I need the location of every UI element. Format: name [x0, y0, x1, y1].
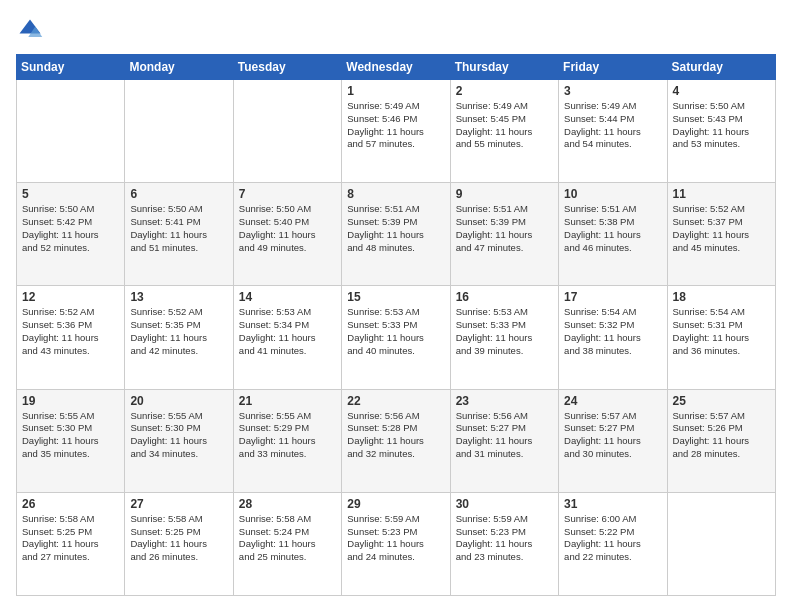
day-info: Sunrise: 5:55 AM Sunset: 5:29 PM Dayligh… — [239, 410, 336, 461]
day-number: 6 — [130, 187, 227, 201]
logo — [16, 16, 48, 44]
day-info: Sunrise: 5:54 AM Sunset: 5:32 PM Dayligh… — [564, 306, 661, 357]
week-row-0: 1Sunrise: 5:49 AM Sunset: 5:46 PM Daylig… — [17, 80, 776, 183]
day-number: 18 — [673, 290, 770, 304]
day-number: 13 — [130, 290, 227, 304]
day-number: 19 — [22, 394, 119, 408]
day-cell: 24Sunrise: 5:57 AM Sunset: 5:27 PM Dayli… — [559, 389, 667, 492]
day-number: 15 — [347, 290, 444, 304]
day-cell: 7Sunrise: 5:50 AM Sunset: 5:40 PM Daylig… — [233, 183, 341, 286]
day-cell: 21Sunrise: 5:55 AM Sunset: 5:29 PM Dayli… — [233, 389, 341, 492]
day-cell: 14Sunrise: 5:53 AM Sunset: 5:34 PM Dayli… — [233, 286, 341, 389]
week-row-1: 5Sunrise: 5:50 AM Sunset: 5:42 PM Daylig… — [17, 183, 776, 286]
day-number: 12 — [22, 290, 119, 304]
day-cell: 3Sunrise: 5:49 AM Sunset: 5:44 PM Daylig… — [559, 80, 667, 183]
day-info: Sunrise: 5:57 AM Sunset: 5:26 PM Dayligh… — [673, 410, 770, 461]
day-number: 1 — [347, 84, 444, 98]
day-header-thursday: Thursday — [450, 55, 558, 80]
day-cell: 8Sunrise: 5:51 AM Sunset: 5:39 PM Daylig… — [342, 183, 450, 286]
day-cell: 23Sunrise: 5:56 AM Sunset: 5:27 PM Dayli… — [450, 389, 558, 492]
day-number: 17 — [564, 290, 661, 304]
day-info: Sunrise: 5:49 AM Sunset: 5:45 PM Dayligh… — [456, 100, 553, 151]
day-number: 25 — [673, 394, 770, 408]
day-number: 26 — [22, 497, 119, 511]
day-info: Sunrise: 5:59 AM Sunset: 5:23 PM Dayligh… — [347, 513, 444, 564]
day-number: 9 — [456, 187, 553, 201]
day-cell: 1Sunrise: 5:49 AM Sunset: 5:46 PM Daylig… — [342, 80, 450, 183]
header — [16, 16, 776, 44]
day-info: Sunrise: 6:00 AM Sunset: 5:22 PM Dayligh… — [564, 513, 661, 564]
day-cell: 12Sunrise: 5:52 AM Sunset: 5:36 PM Dayli… — [17, 286, 125, 389]
day-cell: 30Sunrise: 5:59 AM Sunset: 5:23 PM Dayli… — [450, 492, 558, 595]
header-row: SundayMondayTuesdayWednesdayThursdayFrid… — [17, 55, 776, 80]
day-header-sunday: Sunday — [17, 55, 125, 80]
day-cell: 26Sunrise: 5:58 AM Sunset: 5:25 PM Dayli… — [17, 492, 125, 595]
day-number: 20 — [130, 394, 227, 408]
day-cell — [125, 80, 233, 183]
day-number: 3 — [564, 84, 661, 98]
day-cell: 13Sunrise: 5:52 AM Sunset: 5:35 PM Dayli… — [125, 286, 233, 389]
day-info: Sunrise: 5:58 AM Sunset: 5:25 PM Dayligh… — [130, 513, 227, 564]
day-info: Sunrise: 5:54 AM Sunset: 5:31 PM Dayligh… — [673, 306, 770, 357]
day-cell: 20Sunrise: 5:55 AM Sunset: 5:30 PM Dayli… — [125, 389, 233, 492]
day-info: Sunrise: 5:49 AM Sunset: 5:46 PM Dayligh… — [347, 100, 444, 151]
day-info: Sunrise: 5:56 AM Sunset: 5:27 PM Dayligh… — [456, 410, 553, 461]
day-number: 10 — [564, 187, 661, 201]
day-info: Sunrise: 5:52 AM Sunset: 5:36 PM Dayligh… — [22, 306, 119, 357]
day-info: Sunrise: 5:53 AM Sunset: 5:34 PM Dayligh… — [239, 306, 336, 357]
calendar-table: SundayMondayTuesdayWednesdayThursdayFrid… — [16, 54, 776, 596]
day-number: 27 — [130, 497, 227, 511]
day-number: 22 — [347, 394, 444, 408]
day-number: 4 — [673, 84, 770, 98]
day-number: 31 — [564, 497, 661, 511]
day-number: 24 — [564, 394, 661, 408]
day-number: 2 — [456, 84, 553, 98]
day-cell — [667, 492, 775, 595]
day-info: Sunrise: 5:50 AM Sunset: 5:42 PM Dayligh… — [22, 203, 119, 254]
day-info: Sunrise: 5:51 AM Sunset: 5:39 PM Dayligh… — [347, 203, 444, 254]
day-cell: 29Sunrise: 5:59 AM Sunset: 5:23 PM Dayli… — [342, 492, 450, 595]
day-header-tuesday: Tuesday — [233, 55, 341, 80]
day-info: Sunrise: 5:59 AM Sunset: 5:23 PM Dayligh… — [456, 513, 553, 564]
day-cell: 19Sunrise: 5:55 AM Sunset: 5:30 PM Dayli… — [17, 389, 125, 492]
day-header-friday: Friday — [559, 55, 667, 80]
day-header-monday: Monday — [125, 55, 233, 80]
day-number: 30 — [456, 497, 553, 511]
day-number: 5 — [22, 187, 119, 201]
day-cell: 6Sunrise: 5:50 AM Sunset: 5:41 PM Daylig… — [125, 183, 233, 286]
day-info: Sunrise: 5:51 AM Sunset: 5:39 PM Dayligh… — [456, 203, 553, 254]
day-header-saturday: Saturday — [667, 55, 775, 80]
day-cell: 10Sunrise: 5:51 AM Sunset: 5:38 PM Dayli… — [559, 183, 667, 286]
day-cell: 18Sunrise: 5:54 AM Sunset: 5:31 PM Dayli… — [667, 286, 775, 389]
day-cell: 4Sunrise: 5:50 AM Sunset: 5:43 PM Daylig… — [667, 80, 775, 183]
day-info: Sunrise: 5:53 AM Sunset: 5:33 PM Dayligh… — [347, 306, 444, 357]
day-info: Sunrise: 5:58 AM Sunset: 5:24 PM Dayligh… — [239, 513, 336, 564]
logo-icon — [16, 16, 44, 44]
day-cell: 25Sunrise: 5:57 AM Sunset: 5:26 PM Dayli… — [667, 389, 775, 492]
day-info: Sunrise: 5:58 AM Sunset: 5:25 PM Dayligh… — [22, 513, 119, 564]
day-info: Sunrise: 5:57 AM Sunset: 5:27 PM Dayligh… — [564, 410, 661, 461]
day-info: Sunrise: 5:51 AM Sunset: 5:38 PM Dayligh… — [564, 203, 661, 254]
day-number: 14 — [239, 290, 336, 304]
day-cell: 28Sunrise: 5:58 AM Sunset: 5:24 PM Dayli… — [233, 492, 341, 595]
day-cell: 5Sunrise: 5:50 AM Sunset: 5:42 PM Daylig… — [17, 183, 125, 286]
day-info: Sunrise: 5:49 AM Sunset: 5:44 PM Dayligh… — [564, 100, 661, 151]
day-number: 28 — [239, 497, 336, 511]
week-row-4: 26Sunrise: 5:58 AM Sunset: 5:25 PM Dayli… — [17, 492, 776, 595]
day-info: Sunrise: 5:55 AM Sunset: 5:30 PM Dayligh… — [22, 410, 119, 461]
day-cell — [17, 80, 125, 183]
day-number: 16 — [456, 290, 553, 304]
page: SundayMondayTuesdayWednesdayThursdayFrid… — [0, 0, 792, 612]
day-cell: 16Sunrise: 5:53 AM Sunset: 5:33 PM Dayli… — [450, 286, 558, 389]
week-row-2: 12Sunrise: 5:52 AM Sunset: 5:36 PM Dayli… — [17, 286, 776, 389]
day-cell — [233, 80, 341, 183]
day-number: 11 — [673, 187, 770, 201]
day-cell: 17Sunrise: 5:54 AM Sunset: 5:32 PM Dayli… — [559, 286, 667, 389]
day-number: 23 — [456, 394, 553, 408]
day-number: 21 — [239, 394, 336, 408]
day-cell: 9Sunrise: 5:51 AM Sunset: 5:39 PM Daylig… — [450, 183, 558, 286]
week-row-3: 19Sunrise: 5:55 AM Sunset: 5:30 PM Dayli… — [17, 389, 776, 492]
day-header-wednesday: Wednesday — [342, 55, 450, 80]
day-cell: 15Sunrise: 5:53 AM Sunset: 5:33 PM Dayli… — [342, 286, 450, 389]
day-info: Sunrise: 5:53 AM Sunset: 5:33 PM Dayligh… — [456, 306, 553, 357]
